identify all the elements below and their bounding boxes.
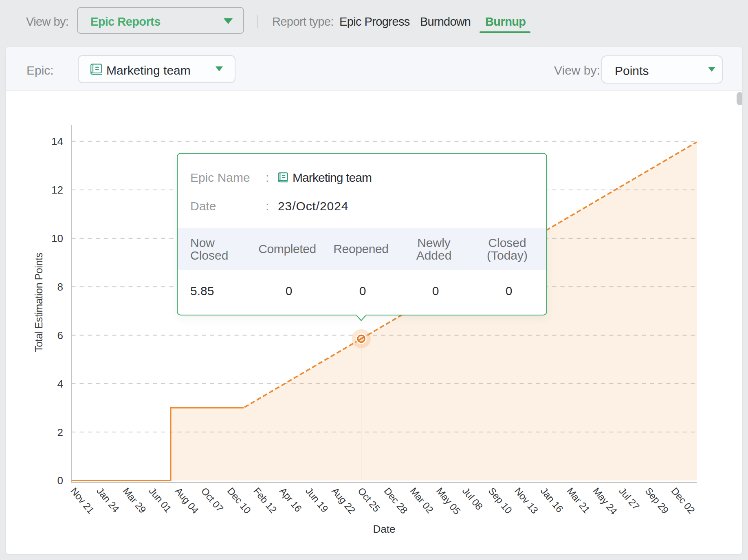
svg-text:Apr 16: Apr 16 [277, 485, 304, 514]
svg-text:10: 10 [51, 232, 63, 245]
svg-text:Mar 21: Mar 21 [565, 485, 592, 515]
svg-text:Jun 19: Jun 19 [304, 485, 330, 514]
svg-text:4: 4 [57, 378, 63, 390]
svg-text:Aug 04: Aug 04 [173, 485, 201, 516]
svg-text:Jul 08: Jul 08 [460, 485, 485, 512]
svg-text:12: 12 [51, 184, 63, 196]
svg-text:6: 6 [57, 329, 63, 342]
svg-text:2: 2 [57, 426, 63, 439]
svg-text:May 24: May 24 [591, 485, 619, 516]
svg-text:Nov 21: Nov 21 [68, 485, 96, 516]
svg-text:Mar 29: Mar 29 [121, 485, 148, 515]
svg-text:Sep 10: Sep 10 [486, 485, 514, 516]
svg-text:Dec 02: Dec 02 [669, 485, 697, 516]
svg-text:Date: Date [373, 523, 396, 535]
svg-text:8: 8 [57, 281, 63, 293]
svg-text:Sep 29: Sep 29 [643, 485, 671, 516]
svg-text:Mar 02: Mar 02 [408, 485, 436, 515]
svg-text:Feb 12: Feb 12 [251, 485, 279, 515]
svg-text:Nov 13: Nov 13 [513, 485, 540, 516]
svg-text:Oct 07: Oct 07 [199, 485, 226, 514]
svg-text:Jan 24: Jan 24 [95, 485, 121, 514]
svg-text:Jul 27: Jul 27 [617, 485, 642, 512]
svg-text:Jan 16: Jan 16 [539, 485, 565, 514]
svg-text:May 05: May 05 [434, 485, 463, 516]
svg-text:Total Estimation Points: Total Estimation Points [33, 253, 44, 352]
svg-text:Dec 28: Dec 28 [382, 485, 409, 516]
svg-text:Oct 25: Oct 25 [356, 485, 382, 514]
svg-text:Jun 01: Jun 01 [147, 485, 174, 514]
svg-text:Dec 10: Dec 10 [225, 485, 253, 516]
svg-text:14: 14 [51, 135, 63, 148]
svg-text:Aug 22: Aug 22 [330, 485, 357, 516]
svg-text:0: 0 [57, 474, 63, 487]
